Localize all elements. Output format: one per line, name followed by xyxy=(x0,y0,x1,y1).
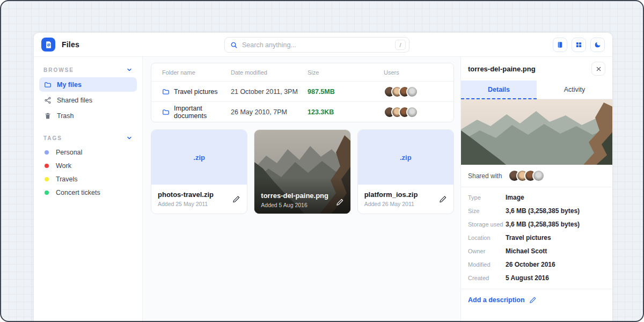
panel-file-title: torres-del-paine.png xyxy=(468,65,536,73)
tag-dot xyxy=(45,150,49,155)
detail-label: Owner xyxy=(468,248,506,254)
file-cards: .zip photos-travel.zip Added 25 May 2011 xyxy=(151,129,454,214)
tag-item-work[interactable]: Work xyxy=(39,159,137,172)
tag-label: Work xyxy=(56,162,71,170)
detail-label: Type xyxy=(468,194,506,201)
folders-table: Folder name Date modified Size Users Tra… xyxy=(151,63,454,122)
sidebar: BROWSE My files Shared files xyxy=(34,57,143,322)
file-details-list: Type Image Size 3,6 MB (3,258,385 bytes)… xyxy=(461,187,612,289)
detail-value: Michael Scott xyxy=(506,247,605,255)
search-input[interactable] xyxy=(242,41,395,49)
folder-icon xyxy=(162,108,170,116)
chevron-down-icon[interactable] xyxy=(126,67,133,73)
tags-section-label: TAGS xyxy=(43,135,62,141)
sidebar-item-label: My files xyxy=(57,81,82,89)
search-bar[interactable]: / xyxy=(224,37,409,53)
detail-label: Created xyxy=(468,275,506,281)
detail-value: Image xyxy=(506,194,605,201)
close-panel-button[interactable] xyxy=(591,62,605,76)
users-avatars xyxy=(384,106,443,118)
tab-details[interactable]: Details xyxy=(461,80,537,99)
file-name: platform_ios.zip xyxy=(364,191,447,199)
grid-icon xyxy=(575,41,582,48)
folder-name: Travel pictures xyxy=(174,88,218,96)
file-name: torres-del-paine.png xyxy=(261,192,343,200)
app-window: Files / xyxy=(33,32,613,322)
table-row[interactable]: Travel pictures 21 October 2011, 3PM 987… xyxy=(151,81,453,101)
share-icon xyxy=(44,97,52,104)
tag-label: Personal xyxy=(56,149,82,156)
file-added-date: Added 26 May 2011 xyxy=(364,201,447,207)
edit-pencil-icon[interactable] xyxy=(232,195,240,203)
edit-pencil-icon[interactable] xyxy=(439,195,447,203)
trash-icon xyxy=(44,112,52,120)
add-description-button[interactable]: Add a description xyxy=(461,289,612,311)
tags-section-header[interactable]: TAGS xyxy=(39,131,137,145)
detail-row-storage-used: Storage used 3,6 MB (3,258,385 bytes) xyxy=(468,217,605,231)
table-row[interactable]: Important documents 26 May 2010, 7PM 123… xyxy=(151,101,453,122)
shared-with-row: Shared with xyxy=(461,165,612,187)
file-card-torres-del-paine[interactable]: torres-del-paine.png Added 5 Aug 2016 xyxy=(254,129,350,214)
grid-view-button[interactable] xyxy=(572,38,586,52)
tag-item-travels[interactable]: Travels xyxy=(39,172,137,186)
detail-value: 3,6 MB (3,258,385 bytes) xyxy=(506,207,605,215)
table-header-row: Folder name Date modified Size Users xyxy=(151,63,453,81)
avatar xyxy=(406,106,418,118)
zip-thumbnail: .zip xyxy=(151,130,247,185)
dark-mode-button[interactable] xyxy=(590,38,605,52)
moon-icon xyxy=(594,41,601,48)
folder-size: 987.5MB xyxy=(308,88,384,96)
tag-item-personal[interactable]: Personal xyxy=(39,145,137,159)
add-description-label: Add a description xyxy=(468,296,525,304)
avatar xyxy=(532,170,545,182)
chevron-down-icon[interactable] xyxy=(126,135,133,141)
file-name: photos-travel.zip xyxy=(158,191,240,199)
file-card-photos-travel[interactable]: .zip photos-travel.zip Added 25 May 2011 xyxy=(151,129,247,214)
detail-row-location: Location Travel pictures xyxy=(468,231,605,244)
detail-value: Travel pictures xyxy=(506,234,605,241)
detail-row-modified: Modified 26 October 2016 xyxy=(468,258,605,271)
tab-activity[interactable]: Activity xyxy=(537,80,612,99)
detail-value: 26 October 2016 xyxy=(506,261,605,268)
shared-with-avatars xyxy=(508,170,545,182)
folder-icon xyxy=(162,88,170,96)
edit-pencil-icon[interactable] xyxy=(336,198,344,206)
avatar xyxy=(406,86,418,98)
detail-value: 5 August 2016 xyxy=(506,274,605,282)
topbar-actions xyxy=(553,38,605,52)
browse-section-label: BROWSE xyxy=(43,67,74,73)
column-header-folder-name: Folder name xyxy=(162,69,231,76)
shared-with-label: Shared with xyxy=(468,172,502,180)
detail-value: 3,6 MB (3,258,385 bytes) xyxy=(506,221,605,228)
zip-badge: .zip xyxy=(400,153,412,162)
sidebar-item-label: Trash xyxy=(57,112,74,120)
column-header-date-modified: Date modified xyxy=(231,69,308,76)
detail-label: Location xyxy=(468,235,506,241)
detail-row-size: Size 3,6 MB (3,258,385 bytes) xyxy=(468,204,605,217)
date-modified: 26 May 2010, 7PM xyxy=(231,108,308,116)
folder-icon xyxy=(44,81,52,89)
tag-item-concert-tickets[interactable]: Concert tickets xyxy=(39,186,137,199)
page-title: Files xyxy=(62,40,79,49)
book-button[interactable] xyxy=(553,38,567,52)
users-avatars xyxy=(384,86,443,98)
app-logo[interactable] xyxy=(41,38,55,52)
close-icon xyxy=(596,66,602,72)
edit-pencil-icon xyxy=(529,296,537,304)
sidebar-item-trash[interactable]: Trash xyxy=(39,108,137,123)
folder-name: Important documents xyxy=(174,105,231,120)
detail-row-created: Created 5 August 2016 xyxy=(468,271,605,284)
detail-label: Storage used xyxy=(468,221,506,228)
detail-label: Modified xyxy=(468,261,506,268)
detail-row-type: Type Image xyxy=(468,191,605,204)
file-card-platform-ios[interactable]: .zip platform_ios.zip Added 26 May 2011 xyxy=(357,129,454,214)
date-modified: 21 October 2011, 3PM xyxy=(231,88,308,96)
folder-size: 123.3KB xyxy=(308,108,384,116)
column-header-size: Size xyxy=(308,69,384,76)
sidebar-item-my-files[interactable]: My files xyxy=(39,77,137,92)
browse-section-header[interactable]: BROWSE xyxy=(39,63,137,77)
file-added-date: Added 25 May 2011 xyxy=(158,201,240,207)
tag-dot xyxy=(45,164,49,168)
zip-thumbnail: .zip xyxy=(358,130,453,185)
sidebar-item-shared-files[interactable]: Shared files xyxy=(39,93,137,107)
